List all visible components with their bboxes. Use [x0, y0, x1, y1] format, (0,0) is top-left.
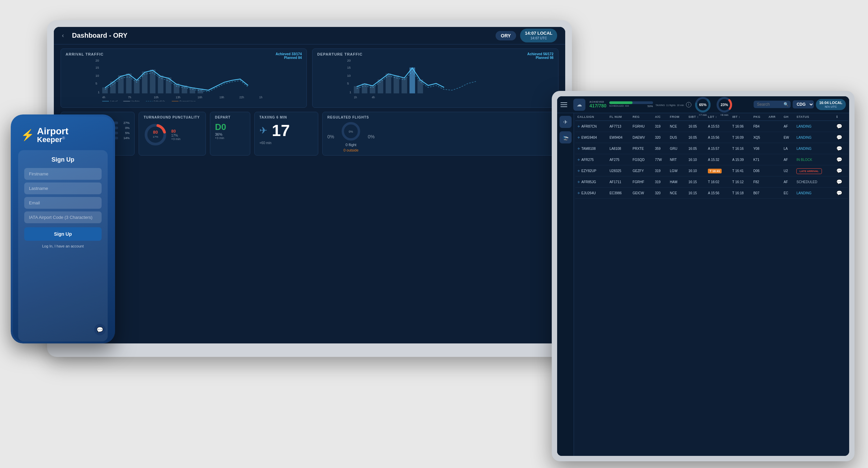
- cell-chat: 💬: [834, 165, 848, 176]
- col-flnum: FL NUM: [608, 113, 631, 121]
- cloud-icon-btn[interactable]: ☁: [573, 99, 585, 111]
- arrival-traffic-card: ARRIVAL TRAFFIC Achieved 33/174 Planned …: [61, 49, 307, 108]
- search-wrapper: 🔍: [754, 101, 790, 108]
- tablet-main: CALLSIGN FL NUM REG A/C FROM SIBT ↕ LDT …: [574, 113, 849, 456]
- flight-table-wrapper[interactable]: CALLSIGN FL NUM REG A/C FROM SIBT ↕ LDT …: [574, 113, 849, 456]
- chat-bubble[interactable]: 💬: [94, 324, 106, 335]
- svg-text:1h: 1h: [259, 96, 263, 99]
- search-icon: 🔍: [783, 102, 788, 107]
- email-input[interactable]: [24, 197, 102, 209]
- svg-text:17%: 17%: [153, 135, 158, 138]
- svg-text:16h: 16h: [197, 96, 202, 99]
- firstname-input[interactable]: [24, 168, 102, 180]
- cell-ldt: A 15:56: [706, 132, 730, 143]
- cell-status: LANDING: [794, 187, 834, 199]
- mobile-form: Sign Up Sign Up Log In, I have an accoun…: [18, 150, 108, 342]
- cell-chat: 💬: [834, 187, 848, 199]
- turnaround-title: TURNAROUND PUNCTUALITY: [144, 116, 201, 119]
- logo-bolt-icon: ⚡: [21, 129, 34, 140]
- svg-rect-12: [158, 76, 163, 93]
- cell-sibt: 16:15: [686, 187, 706, 199]
- svg-text:Schedule: Schedule: [153, 100, 165, 101]
- cell-gh: LA: [781, 143, 794, 154]
- taxiing-title: TAXIING 6 MIN: [259, 116, 313, 119]
- cell-sibt: 16:10: [686, 165, 706, 176]
- cell-ibt: A 15:39: [731, 154, 752, 165]
- cell-ldt: A 15:56: [706, 187, 730, 199]
- airport-select[interactable]: CDG: [793, 100, 814, 109]
- cell-arr: [766, 176, 781, 187]
- cell-callsign: ✈EZY82UP: [575, 165, 608, 176]
- svg-text:Actual: Actual: [110, 100, 117, 101]
- info-icon[interactable]: i: [686, 102, 691, 108]
- cell-pkg: B07: [751, 187, 766, 199]
- cell-ibt: T 16:06: [731, 121, 752, 132]
- iata-input[interactable]: [24, 211, 102, 223]
- tablet-time-badge: 16:04 LOCAL N/A UTC: [816, 99, 846, 111]
- cell-gh: EW: [781, 132, 794, 143]
- table-row[interactable]: ✈AFR275 AF275 FGSQD 77W NRT 16:10 A 15:3…: [575, 154, 848, 165]
- col-sibt: SIBT ↕: [686, 113, 706, 121]
- table-row[interactable]: ✈EZY82UP U28325 GEZFY 319 LGW 16:10 T 16…: [575, 165, 848, 176]
- back-button[interactable]: ‹: [62, 32, 64, 39]
- taxiing-number: 17: [272, 121, 290, 140]
- table-row[interactable]: ✈EWG9404 EW9404 DAEWV 320 DUS 16:05 A 15…: [575, 132, 848, 143]
- svg-rect-5: [102, 88, 108, 94]
- svg-text:15: 15: [347, 66, 351, 69]
- col-ibt: IBT ↕: [731, 113, 752, 121]
- regulated-card: REGULATED FLIGHTS 0% 0% 0 flight 0 outsi…: [322, 112, 558, 155]
- departure-traffic-card: DEPARTURE TRAFFIC Achieved 56/172 Planne…: [312, 49, 558, 108]
- svg-text:20: 20: [96, 59, 99, 62]
- cell-reg: GEICW: [630, 187, 653, 199]
- nav-icon-1[interactable]: ✈: [559, 116, 571, 128]
- table-row[interactable]: ✈AFR87CN AF7713 FGRHU 319 NCE 16:05 A 15…: [575, 121, 848, 132]
- svg-text:1h: 1h: [354, 96, 357, 99]
- table-row[interactable]: ✈EJU264U EC3986 GEICW 320 NCE 16:15 A 15…: [575, 187, 848, 199]
- table-row[interactable]: ✈AFR85JG AF1711 FGRHF 319 HAM 16:15 T 16…: [575, 176, 848, 187]
- svg-text:15: 15: [96, 66, 99, 69]
- page-title: Dashboard - ORY: [72, 32, 127, 39]
- reg-pct-right: 0%: [368, 134, 374, 139]
- mobile-frame: ⚡ Airport Keeper® Sign Up Sign: [11, 115, 115, 344]
- svg-text:10: 10: [347, 74, 351, 78]
- arrival-achieved: Achieved 33/174 Planned 84: [276, 52, 302, 60]
- nav-icon-2[interactable]: 🛬: [559, 131, 571, 143]
- cell-ldt: A 15:32: [706, 154, 730, 165]
- cell-flnum: U28325: [608, 165, 631, 176]
- departure-achieved: Achieved 56/172 Planned 98: [527, 52, 553, 60]
- cell-reg: GEZFY: [630, 165, 653, 176]
- col-callsign: CALLSIGN: [575, 113, 608, 121]
- cell-pkg: XQ5: [751, 132, 766, 143]
- cell-gh: AF: [781, 121, 794, 132]
- login-link[interactable]: Log In, I have an account: [24, 244, 102, 248]
- svg-rect-9: [134, 80, 140, 93]
- svg-rect-41: [370, 86, 375, 94]
- cell-gh: AF: [781, 154, 794, 165]
- col-reg: REG: [630, 113, 653, 121]
- taxiing-info: TAXIING 11 flights 10 min i: [656, 102, 691, 108]
- tablet-frame: ☁ ACHIEVED 417/780 SCHEDULED: 43: [552, 91, 855, 461]
- cell-chat: 💬: [834, 176, 848, 187]
- svg-text:7h: 7h: [128, 96, 131, 99]
- table-row[interactable]: ✈TAM8108 LA8108 PRXTE 359 GRU 16:05 A 15…: [575, 143, 848, 154]
- cell-sibt: 16:15: [686, 176, 706, 187]
- svg-text:19h: 19h: [219, 96, 224, 99]
- menu-button[interactable]: [560, 99, 571, 110]
- cell-ac: 359: [653, 143, 668, 154]
- logo-text: Airport Keeper®: [37, 126, 68, 144]
- cell-chat: 💬: [834, 132, 848, 143]
- svg-text:10: 10: [96, 74, 99, 78]
- cell-ac: 319: [653, 176, 668, 187]
- tablet-device: ☁ ACHIEVED 417/780 SCHEDULED: 43: [552, 91, 855, 461]
- cell-from: DUS: [668, 132, 686, 143]
- svg-text:20: 20: [347, 59, 351, 62]
- cell-ac: 319: [653, 165, 668, 176]
- svg-text:4h: 4h: [372, 96, 375, 99]
- lastname-input[interactable]: [24, 182, 102, 194]
- cell-ac: 320: [653, 187, 668, 199]
- tablet-screen: ☁ ACHIEVED 417/780 SCHEDULED: 43: [557, 96, 849, 456]
- svg-rect-39: [354, 86, 360, 93]
- cell-sibt: 16:05: [686, 132, 706, 143]
- signup-button[interactable]: Sign Up: [24, 227, 102, 241]
- departure-chart-area: 20 15 10 5 1: [317, 58, 553, 101]
